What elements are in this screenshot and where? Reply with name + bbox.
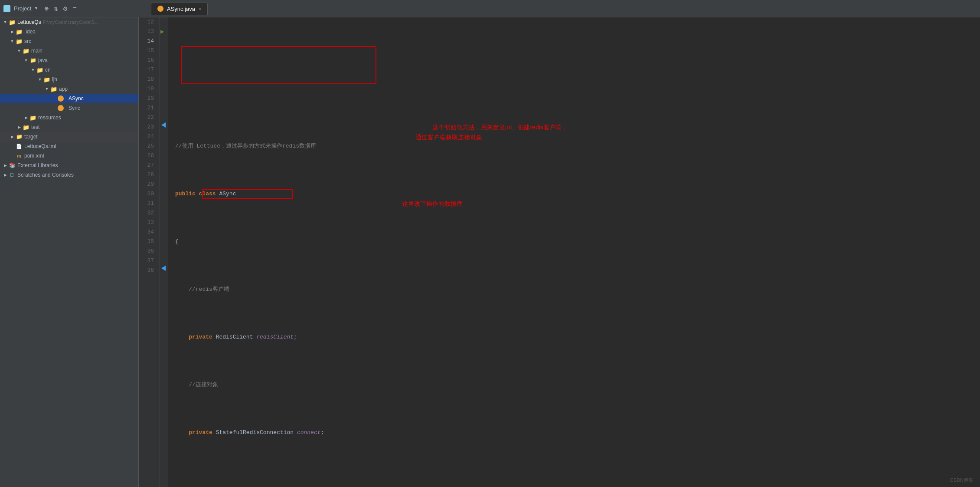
code-comment-13: //使用 Lettuce，通过异步的方式来操作redis数据库	[175, 141, 316, 151]
code-comment-18: //连接对象	[189, 380, 218, 390]
line-num-25: 25	[142, 141, 156, 151]
tree-item-root[interactable]: 📁 LettuceQs F:\myCode\crazyCode\S...	[0, 17, 138, 27]
code-line-17: private RedisClient redisClient ;	[175, 332, 973, 342]
code-line-18: //连接对象	[175, 380, 973, 390]
tree-label-src: src	[24, 38, 31, 44]
tree-item-test[interactable]: 📁 test	[0, 122, 138, 132]
tree-item-scratches[interactable]: 🗒 Scratches and Consoles	[0, 170, 138, 180]
line-num-27: 27	[142, 161, 156, 170]
tab-close-button[interactable]: ×	[199, 6, 201, 11]
line-num-34: 34	[142, 227, 156, 237]
line-num-23: 23	[142, 122, 156, 132]
tree-label-ljh: ljh	[52, 76, 57, 82]
folder-icon-app: 📁	[50, 86, 57, 92]
classname-14: ASync	[219, 189, 236, 199]
tree-item-async[interactable]: ASync	[0, 94, 138, 103]
code-line-19: private StatefulRedisConnection connect …	[175, 428, 973, 438]
line-num-12: 12	[142, 17, 156, 27]
line-num-19: 19	[142, 84, 156, 94]
tree-label-pom: pom.xml	[24, 153, 44, 159]
project-dropdown-icon[interactable]: ▼	[35, 6, 37, 11]
code-line-15: {	[175, 237, 973, 247]
line-numbers: 12 13 14 15 16 17 18 19 20 21 22 23 24 2…	[139, 17, 160, 487]
tab-label: ASync.java	[167, 6, 195, 12]
tree-label-async: ASync	[69, 95, 84, 102]
tree-label-target: target	[24, 134, 38, 140]
tree-label-iml: LettuceQs.iml	[24, 143, 56, 149]
run-arrow-14[interactable]: ▶	[160, 27, 164, 36]
tree-item-app[interactable]: 📁 app	[0, 84, 138, 94]
line-num-20: 20	[142, 94, 156, 103]
folder-icon-ljh: 📁	[43, 76, 50, 83]
tree-label-test: test	[31, 124, 39, 130]
kw-class-14: class	[199, 189, 219, 199]
title-actions: ⊕ ⇅ ⚙ −	[44, 4, 77, 13]
line-num-28: 28	[142, 170, 156, 180]
tree-label-app: app	[59, 86, 68, 92]
project-label[interactable]: Project	[14, 5, 31, 12]
tree-item-ljh[interactable]: 📁 ljh	[0, 75, 138, 84]
code-editor[interactable]: //使用 Lettuce，通过异步的方式来操作redis数据库 public c…	[168, 17, 980, 487]
tree-label-resources: resources	[38, 115, 61, 121]
line-num-35: 35	[142, 237, 156, 247]
highlight-box-fields	[181, 46, 376, 84]
project-sidebar: 📁 LettuceQs F:\myCode\crazyCode\S... 📁 .…	[0, 17, 139, 487]
tree-arrow-ext-libs	[2, 162, 9, 169]
tree-item-resources[interactable]: 📁 resources	[0, 113, 138, 122]
line-num-22: 22	[142, 113, 156, 122]
sync-icon[interactable]: ⇅	[54, 4, 58, 13]
tree-item-main[interactable]: 📁 main	[0, 46, 138, 56]
folder-icon-main: 📁	[23, 47, 29, 54]
code-container[interactable]: 12 13 14 15 16 17 18 19 20 21 22 23 24 2…	[139, 17, 980, 487]
tree-arrow-java	[23, 57, 29, 64]
tree-arrow-main	[16, 47, 23, 54]
line-num-31: 31	[142, 199, 156, 208]
folder-icon-src: 📁	[16, 38, 23, 45]
tree-item-iml[interactable]: 📄 LettuceQs.iml	[0, 141, 138, 151]
bookmark-23	[161, 122, 166, 128]
tree-item-sync[interactable]: Sync	[0, 103, 138, 113]
code-line-13: //使用 Lettuce，通过异步的方式来操作redis数据库	[175, 141, 973, 151]
line-num-13: 13	[142, 27, 156, 36]
line-num-16: 16	[142, 56, 156, 65]
java-file-icon	[157, 6, 163, 12]
tree-label-idea: .idea	[24, 29, 36, 35]
editor-area: 12 13 14 15 16 17 18 19 20 21 22 23 24 2…	[139, 17, 980, 487]
line-num-36: 36	[142, 247, 156, 256]
tree-label-sync: Sync	[69, 105, 80, 111]
line-num-14: 14	[142, 36, 156, 46]
settings-icon[interactable]: ⚙	[63, 4, 68, 13]
kw-public-14: public	[175, 189, 199, 199]
tree-item-pom[interactable]: m pom.xml	[0, 151, 138, 161]
scratches-icon: 🗒	[9, 171, 16, 178]
code-line-14: public class ASync	[175, 189, 973, 199]
tree-item-java[interactable]: 📁 java	[0, 56, 138, 65]
tree-label-root: LettuceQs	[17, 19, 41, 25]
code-line-16: //redis客户端	[175, 285, 973, 294]
tree-item-cn[interactable]: 📁 cn	[0, 65, 138, 75]
tree-item-src[interactable]: 📁 src	[0, 36, 138, 46]
line-num-33: 33	[142, 218, 156, 227]
folder-icon-java: 📁	[29, 57, 36, 64]
line-num-17: 17	[142, 65, 156, 75]
code-comment-16: //redis客户端	[189, 285, 229, 294]
main-layout: 📁 LettuceQs F:\myCode\crazyCode\S... 📁 .…	[0, 17, 980, 487]
tab-async-java[interactable]: ASync.java ×	[151, 3, 208, 15]
project-icon	[3, 5, 10, 12]
java-icon-sync	[57, 105, 64, 112]
tree-item-idea[interactable]: 📁 .idea	[0, 27, 138, 36]
line-num-15: 15	[142, 46, 156, 56]
tree-label-java: java	[38, 57, 48, 63]
line-num-21: 21	[142, 103, 156, 113]
tree-arrow-test	[16, 124, 23, 131]
iml-icon: 📄	[16, 143, 23, 150]
minimize-icon[interactable]: −	[72, 4, 77, 13]
tree-item-target[interactable]: 📁 target	[0, 132, 138, 141]
tree-arrow-scratches	[2, 171, 9, 178]
tree-item-ext-libs[interactable]: 📚 External Libraries	[0, 161, 138, 170]
add-module-icon[interactable]: ⊕	[44, 4, 49, 13]
tree-label-main: main	[31, 48, 42, 54]
line-num-18: 18	[142, 75, 156, 84]
watermark: CSDN博客	[950, 477, 973, 484]
tree-label-cn: cn	[45, 67, 51, 73]
